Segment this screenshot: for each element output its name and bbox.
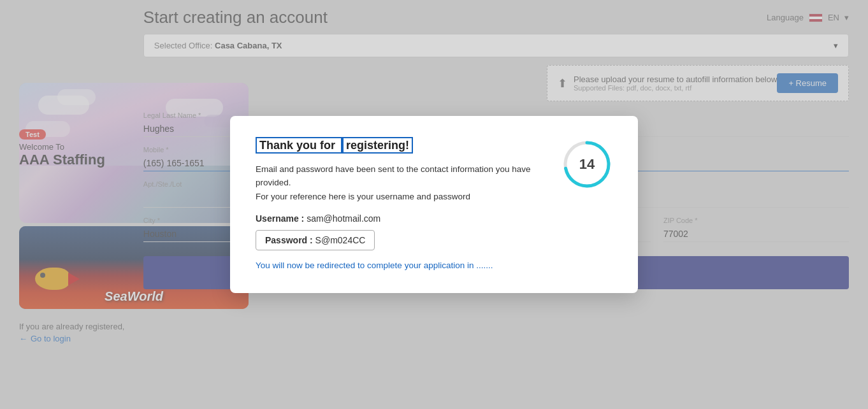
modal-title: Thank you for registering! [256,139,542,152]
modal-body-text: Email and password have been sent to the… [256,162,542,204]
modal-content: Thank you for registering! Email and pas… [256,139,542,271]
modal-title-highlight: registering! [342,137,413,154]
countdown-circle: 14 [561,139,612,190]
success-modal: Thank you for registering! Email and pas… [230,116,638,294]
modal-body-line2: For your reference here is your username… [256,192,470,201]
modal-redirect-text: You will now be redirected to complete y… [256,261,542,270]
modal-password-box: Password : S@m024CC [256,230,375,250]
password-label: Password : [265,235,313,245]
username-value: sam@hotmail.com [307,213,380,224]
modal-body-line1: Email and password have been sent to the… [256,164,531,188]
modal-username: Username : sam@hotmail.com [256,213,542,224]
countdown-number: 14 [579,156,595,173]
modal-title-prefix: Thank you for [256,137,342,154]
username-label: Username : [256,213,304,224]
modal-overlay: Thank you for registering! Email and pas… [0,0,868,409]
password-value: S@m024CC [315,235,366,245]
